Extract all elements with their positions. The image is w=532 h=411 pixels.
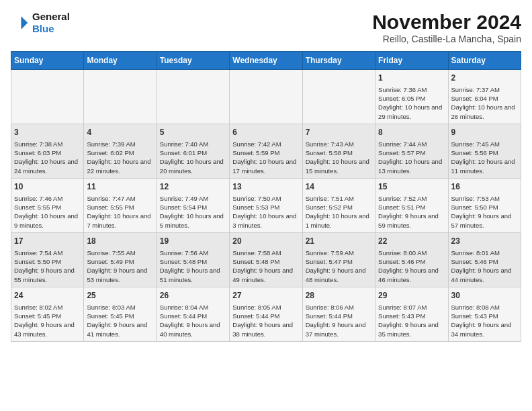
svg-marker-1 [24,16,28,20]
day-cell: 4Sunrise: 7:39 AMSunset: 6:02 PMDaylight… [84,124,157,178]
day-cell: 8Sunrise: 7:44 AMSunset: 5:57 PMDaylight… [375,124,448,178]
day-number: 25 [87,290,153,302]
day-info: Sunrise: 8:00 AMSunset: 5:46 PMDaylight:… [378,248,445,284]
day-cell: 1Sunrise: 7:36 AMSunset: 6:05 PMDaylight… [375,70,448,124]
day-cell: 7Sunrise: 7:43 AMSunset: 5:58 PMDaylight… [302,124,375,178]
day-cell: 25Sunrise: 8:03 AMSunset: 5:45 PMDayligh… [84,287,157,341]
day-number: 15 [378,181,445,193]
day-number: 14 [306,181,372,193]
day-number: 18 [87,236,153,247]
day-info: Sunrise: 7:38 AMSunset: 6:03 PMDaylight:… [14,140,81,175]
day-info: Sunrise: 8:05 AMSunset: 5:44 PMDaylight:… [232,303,299,338]
logo-line2: Blue [32,23,54,34]
day-cell: 29Sunrise: 8:07 AMSunset: 5:43 PMDayligh… [375,287,448,341]
header-cell-saturday: Saturday [448,52,521,70]
day-info: Sunrise: 8:08 AMSunset: 5:43 PMDaylight:… [451,303,518,338]
day-info: Sunrise: 7:44 AMSunset: 5:57 PMDaylight:… [378,140,445,175]
day-info: Sunrise: 7:50 AMSunset: 5:53 PMDaylight:… [232,194,299,230]
day-info: Sunrise: 8:07 AMSunset: 5:43 PMDaylight:… [378,303,445,338]
week-row-2: 3Sunrise: 7:38 AMSunset: 6:03 PMDaylight… [11,124,521,178]
day-info: Sunrise: 7:40 AMSunset: 6:01 PMDaylight:… [160,140,226,175]
day-cell: 14Sunrise: 7:51 AMSunset: 5:52 PMDayligh… [302,178,375,232]
day-info: Sunrise: 8:01 AMSunset: 5:46 PMDaylight:… [451,248,518,284]
day-number: 29 [378,290,445,302]
day-cell: 22Sunrise: 8:00 AMSunset: 5:46 PMDayligh… [375,232,448,287]
day-cell [302,70,375,124]
day-info: Sunrise: 7:53 AMSunset: 5:50 PMDaylight:… [451,194,518,230]
header-cell-friday: Friday [375,52,448,70]
day-number: 26 [160,290,226,302]
day-number: 3 [14,127,81,138]
day-cell: 3Sunrise: 7:38 AMSunset: 6:03 PMDaylight… [11,124,84,178]
day-info: Sunrise: 7:39 AMSunset: 6:02 PMDaylight:… [87,140,153,175]
week-row-1: 1Sunrise: 7:36 AMSunset: 6:05 PMDaylight… [11,70,521,124]
day-info: Sunrise: 7:54 AMSunset: 5:50 PMDaylight:… [14,248,81,284]
day-cell [157,70,229,124]
day-number: 12 [160,181,226,193]
day-cell: 16Sunrise: 7:53 AMSunset: 5:50 PMDayligh… [448,178,521,232]
day-number: 20 [232,236,299,247]
day-number: 7 [306,127,372,138]
day-cell: 27Sunrise: 8:05 AMSunset: 5:44 PMDayligh… [230,287,302,341]
day-info: Sunrise: 7:58 AMSunset: 5:48 PMDaylight:… [232,248,299,284]
day-info: Sunrise: 8:04 AMSunset: 5:44 PMDaylight:… [160,303,226,338]
week-row-5: 24Sunrise: 8:02 AMSunset: 5:45 PMDayligh… [11,287,521,341]
day-info: Sunrise: 7:47 AMSunset: 5:55 PMDaylight:… [87,194,153,230]
day-number: 28 [306,290,372,302]
day-cell: 5Sunrise: 7:40 AMSunset: 6:01 PMDaylight… [157,124,229,178]
logo-icon [11,13,30,32]
day-cell: 15Sunrise: 7:52 AMSunset: 5:51 PMDayligh… [375,178,448,232]
day-number: 5 [160,127,226,138]
day-number: 30 [451,290,518,302]
day-number: 8 [378,127,445,138]
header-cell-wednesday: Wednesday [230,52,302,70]
logo-line1: General [32,11,70,22]
day-cell: 11Sunrise: 7:47 AMSunset: 5:55 PMDayligh… [84,178,157,232]
day-info: Sunrise: 8:02 AMSunset: 5:45 PMDaylight:… [14,303,81,338]
day-cell: 13Sunrise: 7:50 AMSunset: 5:53 PMDayligh… [230,178,302,232]
day-info: Sunrise: 7:42 AMSunset: 5:59 PMDaylight:… [232,140,299,175]
day-number: 2 [451,73,518,84]
header: General Blue November 2024 Reillo, Casti… [11,11,521,44]
day-number: 6 [232,127,299,138]
day-number: 11 [87,181,153,193]
calendar-body: 1Sunrise: 7:36 AMSunset: 6:05 PMDaylight… [11,70,521,342]
day-number: 17 [14,236,81,247]
day-cell: 6Sunrise: 7:42 AMSunset: 5:59 PMDaylight… [230,124,302,178]
day-info: Sunrise: 7:59 AMSunset: 5:47 PMDaylight:… [306,248,372,284]
day-number: 22 [378,236,445,247]
day-cell [84,70,157,124]
day-number: 4 [87,127,153,138]
day-cell: 28Sunrise: 8:06 AMSunset: 5:44 PMDayligh… [302,287,375,341]
day-info: Sunrise: 7:51 AMSunset: 5:52 PMDaylight:… [306,194,372,230]
header-cell-thursday: Thursday [302,52,375,70]
day-cell: 24Sunrise: 8:02 AMSunset: 5:45 PMDayligh… [11,287,84,341]
day-cell: 20Sunrise: 7:58 AMSunset: 5:48 PMDayligh… [230,232,302,287]
day-info: Sunrise: 7:46 AMSunset: 5:55 PMDaylight:… [14,194,81,230]
day-number: 27 [232,290,299,302]
day-cell [11,70,84,124]
day-cell: 19Sunrise: 7:56 AMSunset: 5:48 PMDayligh… [157,232,229,287]
day-number: 16 [451,181,518,193]
day-cell: 9Sunrise: 7:45 AMSunset: 5:56 PMDaylight… [448,124,521,178]
subtitle: Reillo, Castille-La Mancha, Spain [372,34,521,44]
day-cell: 18Sunrise: 7:55 AMSunset: 5:49 PMDayligh… [84,232,157,287]
day-cell: 10Sunrise: 7:46 AMSunset: 5:55 PMDayligh… [11,178,84,232]
day-info: Sunrise: 7:43 AMSunset: 5:58 PMDaylight:… [306,140,372,175]
day-info: Sunrise: 7:37 AMSunset: 6:04 PMDaylight:… [451,85,518,121]
day-cell: 30Sunrise: 8:08 AMSunset: 5:43 PMDayligh… [448,287,521,341]
header-cell-sunday: Sunday [11,52,84,70]
day-cell: 26Sunrise: 8:04 AMSunset: 5:44 PMDayligh… [157,287,229,341]
day-info: Sunrise: 7:45 AMSunset: 5:56 PMDaylight:… [451,140,518,175]
week-row-3: 10Sunrise: 7:46 AMSunset: 5:55 PMDayligh… [11,178,521,232]
day-number: 9 [451,127,518,138]
day-cell: 21Sunrise: 7:59 AMSunset: 5:47 PMDayligh… [302,232,375,287]
day-number: 13 [232,181,299,193]
day-info: Sunrise: 7:49 AMSunset: 5:54 PMDaylight:… [160,194,226,230]
header-cell-tuesday: Tuesday [157,52,229,70]
day-number: 24 [14,290,81,302]
day-number: 1 [378,73,445,84]
day-cell: 17Sunrise: 7:54 AMSunset: 5:50 PMDayligh… [11,232,84,287]
header-row: SundayMondayTuesdayWednesdayThursdayFrid… [11,52,521,70]
week-row-4: 17Sunrise: 7:54 AMSunset: 5:50 PMDayligh… [11,232,521,287]
